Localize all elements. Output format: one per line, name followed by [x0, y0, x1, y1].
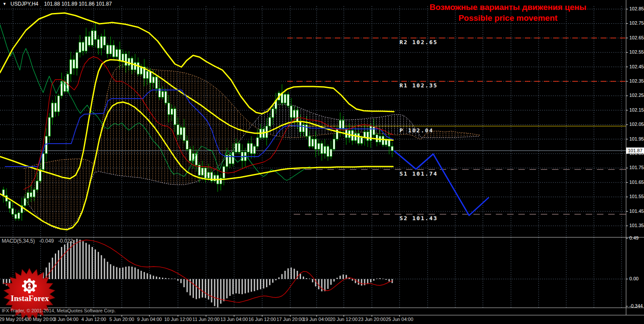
candle-body	[238, 144, 240, 152]
candle-body	[137, 63, 140, 74]
candle-body	[88, 36, 90, 45]
candle-body	[257, 138, 259, 146]
candle-body	[247, 144, 250, 152]
macd-signal-value: -0.022	[58, 238, 73, 244]
time-axis-label: 23 Jun 20:00	[358, 317, 386, 322]
candle-body	[290, 106, 292, 118]
candle-body	[171, 109, 173, 114]
candle-body	[391, 146, 393, 151]
candle-body	[254, 146, 256, 154]
candle-body	[45, 136, 48, 154]
time-axis-label: 10 Jun 12:00	[164, 317, 192, 322]
candle-body	[293, 110, 295, 118]
candle-body	[358, 133, 360, 143]
candle-body	[361, 138, 363, 143]
candle-body	[97, 39, 99, 48]
candle-body	[165, 91, 167, 103]
candle-body	[330, 149, 332, 157]
candle-body	[373, 126, 375, 135]
candle-body	[302, 125, 305, 132]
candle-body	[107, 45, 109, 54]
candle-body	[177, 125, 179, 135]
candle-body	[9, 201, 11, 209]
instaforex-logo-text: InstaForex	[3, 294, 57, 303]
candle-body	[296, 110, 298, 122]
annotation-line-ru: Возможные варианты движения цены	[415, 2, 601, 13]
candle-body	[204, 168, 206, 178]
candle-body	[42, 154, 44, 170]
time-axis-label: 3 Jun 04:00	[54, 317, 79, 322]
time-axis-label: 19 Jun 04:00	[303, 317, 330, 322]
candle-body	[113, 45, 115, 57]
candle-body	[183, 128, 185, 141]
current-price-badge: 101.87	[626, 148, 644, 154]
candle-body	[299, 122, 301, 132]
ohlc-readout: 101.88 101.89 101.86 101.87	[44, 1, 112, 7]
annotation-text: Возможные варианты движения цены Possibl…	[415, 2, 601, 23]
candle-body	[342, 120, 344, 129]
candle-body	[339, 120, 341, 129]
copyright-text: IFX Trader, © 2001-2014, MetaQuotes Soft…	[2, 308, 116, 313]
candle-body	[174, 109, 176, 125]
candle-body	[100, 36, 102, 48]
price-axis-label: 102.15	[629, 107, 644, 112]
chart-root: InstaForex ▼ USDJPY,H4 101.88 101.89 101…	[0, 0, 644, 324]
annotation-line-en: Possible price movement	[415, 13, 601, 23]
macd-axis-label: 0.49	[629, 235, 638, 241]
price-axis-label: 101.45	[629, 209, 644, 214]
candle-body	[54, 103, 57, 112]
pivot-label-P: P 102.04	[400, 127, 434, 134]
dropdown-arrow-icon[interactable]: ▼	[3, 2, 6, 6]
price-axis-label: 102.35	[629, 78, 644, 83]
pivot-label-S2: S2 101.43	[400, 215, 438, 221]
candle-body	[155, 77, 158, 89]
candle-body	[327, 146, 329, 156]
candle-body	[51, 103, 54, 117]
candle-body	[189, 149, 191, 161]
price-axis-label: 101.95	[629, 136, 644, 141]
candle-body	[36, 181, 38, 189]
price-axis[interactable]: 102.85102.75102.65102.55102.45102.35102.…	[626, 0, 644, 315]
candle-body	[235, 144, 237, 152]
time-axis-label: 17 Jun 20:00	[276, 317, 304, 322]
macd-axis-label: 0.00	[629, 276, 638, 281]
candle-body	[149, 71, 152, 83]
projection-zigzag	[394, 151, 489, 215]
main-chart-panel	[0, 6, 626, 237]
candle-body	[333, 139, 335, 149]
candle-body	[110, 45, 112, 54]
time-axis[interactable]: 29 May 201430 May 20:003 Jun 04:004 Jun …	[0, 315, 644, 324]
candle-body	[315, 139, 317, 149]
time-axis-label: 5 Jun 20:00	[109, 317, 134, 322]
candle-body	[140, 67, 143, 74]
candle-body	[24, 199, 26, 206]
candle-body	[70, 60, 72, 74]
price-axis-label: 101.35	[629, 223, 644, 228]
price-axis-label: 102.05	[629, 122, 644, 127]
candle-body	[272, 109, 274, 117]
candle-body	[251, 144, 253, 154]
time-axis-label: 30 May 20:00	[26, 317, 55, 322]
price-axis-label: 101.75	[629, 165, 644, 170]
candle-body	[79, 42, 81, 52]
candle-body	[146, 71, 149, 79]
candle-body	[94, 31, 96, 39]
candle-body	[336, 129, 338, 139]
price-axis-label: 102.25	[629, 93, 644, 98]
time-axis-label: 13 Jun 04:00	[220, 317, 248, 322]
candle-body	[91, 31, 93, 45]
candle-body	[82, 42, 84, 51]
candle-body	[30, 192, 32, 197]
chart-canvas[interactable]	[0, 0, 644, 324]
candle-body	[48, 118, 51, 136]
candle-body	[321, 144, 323, 154]
price-axis-label: 102.55	[629, 49, 644, 55]
time-axis-label: 4 Jun 12:00	[81, 317, 106, 322]
macd-name: MACD(5,34,5)	[2, 238, 35, 244]
price-axis-label: 102.65	[629, 35, 644, 40]
candle-body	[33, 190, 35, 197]
candle-body	[15, 214, 17, 218]
chart-title: ▼ USDJPY,H4 101.88 101.89 101.86 101.87	[3, 1, 112, 7]
time-axis-label: 9 Jun 04:00	[137, 317, 162, 322]
candle-body	[324, 146, 326, 154]
